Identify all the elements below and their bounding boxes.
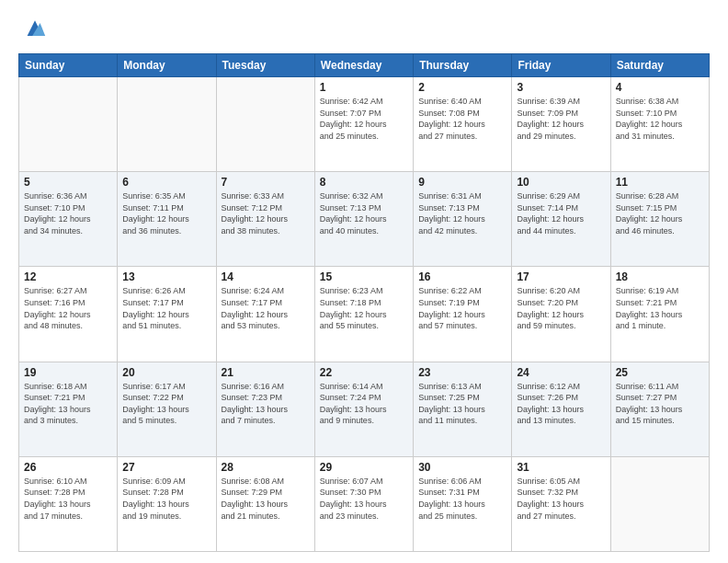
calendar-table: SundayMondayTuesdayWednesdayThursdayFrid…	[18, 53, 710, 552]
day-info: Sunrise: 6:42 AM Sunset: 7:07 PM Dayligh…	[320, 96, 408, 142]
calendar-cell: 11Sunrise: 6:28 AM Sunset: 7:15 PM Dayli…	[610, 172, 709, 267]
day-info: Sunrise: 6:35 AM Sunset: 7:11 PM Dayligh…	[122, 190, 210, 236]
day-number: 31	[517, 461, 605, 474]
day-info: Sunrise: 6:24 AM Sunset: 7:17 PM Dayligh…	[222, 285, 310, 331]
calendar-week-3: 12Sunrise: 6:27 AM Sunset: 7:16 PM Dayli…	[19, 267, 710, 362]
weekday-header-thursday: Thursday	[414, 54, 512, 77]
day-info: Sunrise: 6:08 AM Sunset: 7:29 PM Dayligh…	[222, 476, 310, 522]
day-info: Sunrise: 6:12 AM Sunset: 7:26 PM Dayligh…	[517, 381, 605, 427]
calendar-week-5: 26Sunrise: 6:10 AM Sunset: 7:28 PM Dayli…	[19, 456, 710, 551]
day-number: 6	[122, 176, 210, 189]
day-number: 29	[320, 461, 408, 474]
weekday-header-wednesday: Wednesday	[314, 54, 413, 77]
day-number: 9	[418, 176, 506, 189]
calendar-cell: 2Sunrise: 6:40 AM Sunset: 7:08 PM Daylig…	[414, 77, 512, 172]
calendar-cell: 30Sunrise: 6:06 AM Sunset: 7:31 PM Dayli…	[414, 456, 512, 551]
calendar-cell	[118, 77, 216, 172]
day-number: 16	[418, 270, 506, 283]
calendar-cell	[216, 77, 314, 172]
calendar-cell: 9Sunrise: 6:31 AM Sunset: 7:13 PM Daylig…	[414, 172, 512, 267]
day-number: 7	[222, 176, 310, 189]
weekday-header-monday: Monday	[118, 54, 216, 77]
day-number: 21	[222, 366, 310, 379]
day-number: 4	[616, 81, 704, 94]
day-number: 10	[517, 176, 605, 189]
calendar-cell: 12Sunrise: 6:27 AM Sunset: 7:16 PM Dayli…	[19, 267, 118, 362]
day-info: Sunrise: 6:18 AM Sunset: 7:21 PM Dayligh…	[24, 381, 112, 427]
day-info: Sunrise: 6:27 AM Sunset: 7:16 PM Dayligh…	[24, 285, 112, 331]
day-info: Sunrise: 6:23 AM Sunset: 7:18 PM Dayligh…	[320, 285, 408, 331]
calendar-cell: 13Sunrise: 6:26 AM Sunset: 7:17 PM Dayli…	[118, 267, 216, 362]
day-number: 5	[24, 176, 112, 189]
day-info: Sunrise: 6:16 AM Sunset: 7:23 PM Dayligh…	[222, 381, 310, 427]
calendar-cell: 31Sunrise: 6:05 AM Sunset: 7:32 PM Dayli…	[512, 456, 610, 551]
calendar-cell: 8Sunrise: 6:32 AM Sunset: 7:13 PM Daylig…	[314, 172, 413, 267]
day-number: 23	[418, 366, 506, 379]
calendar-cell: 5Sunrise: 6:36 AM Sunset: 7:10 PM Daylig…	[19, 172, 118, 267]
day-info: Sunrise: 6:26 AM Sunset: 7:17 PM Dayligh…	[122, 285, 210, 331]
calendar-cell: 17Sunrise: 6:20 AM Sunset: 7:20 PM Dayli…	[512, 267, 610, 362]
day-info: Sunrise: 6:33 AM Sunset: 7:12 PM Dayligh…	[222, 190, 310, 236]
day-info: Sunrise: 6:07 AM Sunset: 7:30 PM Dayligh…	[320, 476, 408, 522]
calendar-cell: 1Sunrise: 6:42 AM Sunset: 7:07 PM Daylig…	[314, 77, 413, 172]
day-info: Sunrise: 6:10 AM Sunset: 7:28 PM Dayligh…	[24, 476, 112, 522]
calendar-cell: 10Sunrise: 6:29 AM Sunset: 7:14 PM Dayli…	[512, 172, 610, 267]
calendar-cell	[610, 456, 709, 551]
day-number: 17	[517, 270, 605, 283]
day-number: 2	[418, 81, 506, 94]
calendar-cell	[19, 77, 118, 172]
calendar-week-4: 19Sunrise: 6:18 AM Sunset: 7:21 PM Dayli…	[19, 362, 710, 456]
calendar-cell: 4Sunrise: 6:38 AM Sunset: 7:10 PM Daylig…	[610, 77, 709, 172]
calendar-cell: 6Sunrise: 6:35 AM Sunset: 7:11 PM Daylig…	[118, 172, 216, 267]
calendar-cell: 16Sunrise: 6:22 AM Sunset: 7:19 PM Dayli…	[414, 267, 512, 362]
day-number: 27	[122, 461, 210, 474]
calendar-header-row: SundayMondayTuesdayWednesdayThursdayFrid…	[19, 54, 710, 77]
day-number: 15	[320, 270, 408, 283]
day-number: 14	[222, 270, 310, 283]
day-number: 22	[320, 366, 408, 379]
day-number: 18	[616, 270, 704, 283]
weekday-header-sunday: Sunday	[19, 54, 118, 77]
day-info: Sunrise: 6:19 AM Sunset: 7:21 PM Dayligh…	[616, 285, 704, 331]
calendar-cell: 20Sunrise: 6:17 AM Sunset: 7:22 PM Dayli…	[118, 362, 216, 456]
day-number: 12	[24, 270, 112, 283]
calendar-cell: 29Sunrise: 6:07 AM Sunset: 7:30 PM Dayli…	[314, 456, 413, 551]
calendar-cell: 3Sunrise: 6:39 AM Sunset: 7:09 PM Daylig…	[512, 77, 610, 172]
calendar-cell: 26Sunrise: 6:10 AM Sunset: 7:28 PM Dayli…	[19, 456, 118, 551]
day-info: Sunrise: 6:17 AM Sunset: 7:22 PM Dayligh…	[122, 381, 210, 427]
logo-icon	[22, 17, 48, 42]
day-number: 19	[24, 366, 112, 379]
calendar-cell: 7Sunrise: 6:33 AM Sunset: 7:12 PM Daylig…	[216, 172, 314, 267]
day-number: 28	[222, 461, 310, 474]
day-number: 30	[418, 461, 506, 474]
calendar-cell: 18Sunrise: 6:19 AM Sunset: 7:21 PM Dayli…	[610, 267, 709, 362]
page: SundayMondayTuesdayWednesdayThursdayFrid…	[0, 0, 728, 563]
calendar-cell: 23Sunrise: 6:13 AM Sunset: 7:25 PM Dayli…	[414, 362, 512, 456]
day-info: Sunrise: 6:06 AM Sunset: 7:31 PM Dayligh…	[418, 476, 506, 522]
calendar-cell: 19Sunrise: 6:18 AM Sunset: 7:21 PM Dayli…	[19, 362, 118, 456]
calendar-week-2: 5Sunrise: 6:36 AM Sunset: 7:10 PM Daylig…	[19, 172, 710, 267]
calendar-cell: 28Sunrise: 6:08 AM Sunset: 7:29 PM Dayli…	[216, 456, 314, 551]
header	[18, 17, 710, 46]
day-number: 1	[320, 81, 408, 94]
calendar-cell: 14Sunrise: 6:24 AM Sunset: 7:17 PM Dayli…	[216, 267, 314, 362]
day-number: 20	[122, 366, 210, 379]
day-number: 11	[616, 176, 704, 189]
day-info: Sunrise: 6:20 AM Sunset: 7:20 PM Dayligh…	[517, 285, 605, 331]
day-info: Sunrise: 6:14 AM Sunset: 7:24 PM Dayligh…	[320, 381, 408, 427]
weekday-header-tuesday: Tuesday	[216, 54, 314, 77]
day-info: Sunrise: 6:31 AM Sunset: 7:13 PM Dayligh…	[418, 190, 506, 236]
day-info: Sunrise: 6:40 AM Sunset: 7:08 PM Dayligh…	[418, 96, 506, 142]
day-info: Sunrise: 6:36 AM Sunset: 7:10 PM Dayligh…	[24, 190, 112, 236]
calendar-cell: 24Sunrise: 6:12 AM Sunset: 7:26 PM Dayli…	[512, 362, 610, 456]
calendar-cell: 21Sunrise: 6:16 AM Sunset: 7:23 PM Dayli…	[216, 362, 314, 456]
day-info: Sunrise: 6:39 AM Sunset: 7:09 PM Dayligh…	[517, 96, 605, 142]
day-number: 24	[517, 366, 605, 379]
day-number: 13	[122, 270, 210, 283]
calendar-cell: 15Sunrise: 6:23 AM Sunset: 7:18 PM Dayli…	[314, 267, 413, 362]
day-number: 26	[24, 461, 112, 474]
calendar-cell: 22Sunrise: 6:14 AM Sunset: 7:24 PM Dayli…	[314, 362, 413, 456]
day-info: Sunrise: 6:13 AM Sunset: 7:25 PM Dayligh…	[418, 381, 506, 427]
day-info: Sunrise: 6:29 AM Sunset: 7:14 PM Dayligh…	[517, 190, 605, 236]
day-info: Sunrise: 6:32 AM Sunset: 7:13 PM Dayligh…	[320, 190, 408, 236]
